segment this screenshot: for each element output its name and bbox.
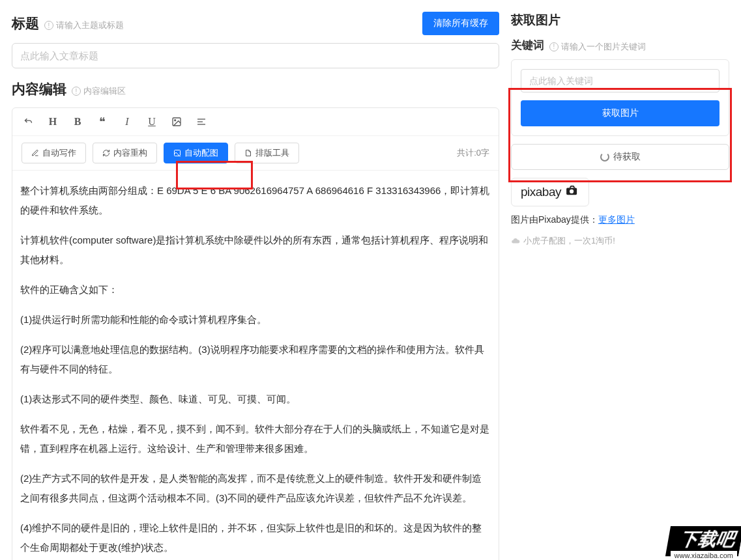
title-header: 标题 ! 请输入主题或标题 清除所有缓存: [12, 12, 499, 35]
watermark-url: www.xiazaiba.com: [671, 551, 737, 560]
content-hint: ! 内容编辑区: [72, 85, 126, 97]
paragraph: (2)程序可以满意地处理信息的数据结构。(3)说明程序功能要求和程序需要的文档的…: [20, 340, 491, 379]
editor-toolbar: H B ❝ I U: [12, 108, 499, 136]
info-icon: !: [44, 21, 53, 30]
side-panel: 获取图片 关键词 ! 请输入一个图片关键词 获取图片 待获取 pixabay 图…: [511, 12, 729, 560]
heading-icon[interactable]: H: [46, 116, 59, 128]
keyword-card: 获取图片: [511, 59, 729, 136]
provider-text: 图片由Pixabay提供：更多图片: [511, 214, 729, 226]
paragraph: 整个计算机系统由两部分组成：E 69DA 5 E 6 BA 9062616964…: [20, 181, 491, 220]
restructure-button[interactable]: 内容重构: [93, 143, 157, 163]
more-images-link[interactable]: 更多图片: [598, 214, 635, 225]
content-label: 内容编辑: [12, 80, 66, 98]
keyword-input[interactable]: [521, 69, 719, 92]
pixabay-logo: pixabay: [521, 185, 561, 199]
paragraph: (1)表达形式不同的硬件类型、颜色、味道、可见、可摸、可闻。: [20, 389, 491, 409]
title-hint: ! 请输入主题或标题: [44, 20, 124, 31]
content-header: 内容编辑 ! 内容编辑区: [12, 80, 499, 98]
get-image-title: 获取图片: [511, 12, 729, 29]
bold-icon[interactable]: B: [71, 116, 84, 128]
main-panel: 标题 ! 请输入主题或标题 清除所有缓存 内容编辑 ! 内容编辑区: [12, 12, 499, 560]
paragraph: (4)维护不同的硬件是旧的，理论上软件是旧的，并不坏，但实际上软件也是旧的和坏的…: [20, 518, 491, 557]
camera-icon: [565, 186, 579, 198]
keyword-label: 关键词: [511, 38, 544, 53]
paragraph: 软件的正确含义如下：: [20, 280, 491, 300]
paragraph: (2)生产方式不同的软件是开发，是人类智能的高发挥，而不是传统意义上的硬件制造。…: [20, 469, 491, 508]
word-count: 共计:0字: [457, 147, 489, 159]
italic-icon[interactable]: I: [121, 116, 134, 128]
underline-icon[interactable]: U: [145, 116, 158, 128]
title-label: 标题: [12, 14, 39, 33]
info-icon: !: [549, 42, 559, 51]
paragraph: 计算机软件(computer software)是指计算机系统中除硬件以外的所有…: [20, 231, 491, 270]
quote-icon[interactable]: ❝: [96, 115, 109, 129]
editor-box: H B ❝ I U 自动写作: [12, 107, 499, 560]
auto-image-button[interactable]: 自动配图: [164, 143, 228, 163]
paragraph: 软件看不见，无色，枯燥，看不见，摸不到，闻不到。软件大部分存在于人们的头脑或纸上…: [20, 419, 491, 458]
article-title-input[interactable]: [12, 43, 499, 68]
clear-cache-button[interactable]: 清除所有缓存: [422, 12, 499, 35]
paragraph: (1)提供运行时所需功能和性能的命令或计算机程序集合。: [20, 310, 491, 329]
editor-content[interactable]: 整个计算机系统由两部分组成：E 69DA 5 E 6 BA 9062616964…: [12, 171, 499, 560]
action-row: 自动写作 内容重构 自动配图 排版工具 共计:0字: [12, 136, 499, 171]
svg-point-1: [175, 119, 176, 120]
undo-icon[interactable]: [22, 116, 35, 127]
align-icon[interactable]: [195, 117, 208, 127]
keyword-hint: ! 请输入一个图片关键词: [549, 41, 646, 53]
cloud-icon: [511, 236, 520, 245]
info-icon: !: [72, 87, 81, 96]
spinner-icon: [600, 152, 609, 161]
footer-note: 小虎子配图，一次1淘币!: [511, 235, 729, 247]
pixabay-badge: pixabay: [511, 178, 589, 206]
layout-tool-button[interactable]: 排版工具: [235, 143, 299, 163]
fetch-image-button[interactable]: 获取图片: [521, 100, 719, 126]
image-icon[interactable]: [170, 117, 183, 127]
svg-point-7: [570, 189, 574, 193]
auto-write-button[interactable]: 自动写作: [22, 143, 86, 163]
pending-status-button[interactable]: 待获取: [511, 144, 729, 170]
